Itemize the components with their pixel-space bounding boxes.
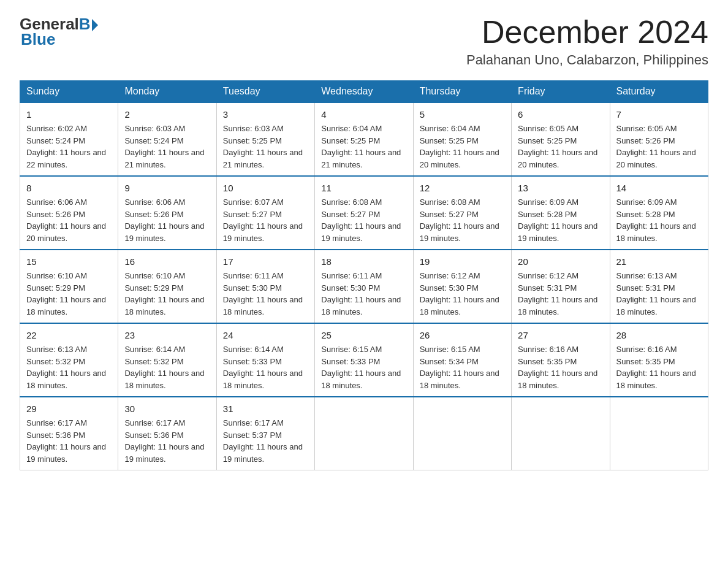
day-number: 29 <box>26 402 112 416</box>
day-number: 15 <box>26 255 112 269</box>
day-detail: Sunrise: 6:14 AMSunset: 5:32 PMDaylight:… <box>124 345 204 390</box>
day-detail: Sunrise: 6:03 AMSunset: 5:24 PMDaylight:… <box>124 124 204 169</box>
header-friday: Friday <box>512 81 610 103</box>
day-number: 10 <box>223 182 308 195</box>
calendar-week-row: 1Sunrise: 6:02 AMSunset: 5:24 PMDaylight… <box>20 102 708 176</box>
calendar-day-cell: 28Sunrise: 6:16 AMSunset: 5:35 PMDayligh… <box>610 323 708 397</box>
calendar-day-cell: 22Sunrise: 6:13 AMSunset: 5:32 PMDayligh… <box>20 323 118 397</box>
logo-arrow-icon <box>92 19 98 31</box>
title-area: December 2024 Palahanan Uno, Calabarzon,… <box>466 15 708 68</box>
day-detail: Sunrise: 6:11 AMSunset: 5:30 PMDaylight:… <box>223 271 303 316</box>
day-number: 9 <box>124 182 210 195</box>
day-number: 28 <box>616 329 702 342</box>
calendar-day-cell: 31Sunrise: 6:17 AMSunset: 5:37 PMDayligh… <box>216 397 314 470</box>
calendar-day-cell: 25Sunrise: 6:15 AMSunset: 5:33 PMDayligh… <box>315 323 413 397</box>
day-detail: Sunrise: 6:17 AMSunset: 5:36 PMDaylight:… <box>124 418 204 464</box>
day-number: 20 <box>518 255 603 269</box>
calendar-day-cell: 5Sunrise: 6:04 AMSunset: 5:25 PMDaylight… <box>413 102 511 176</box>
calendar-day-cell: 6Sunrise: 6:05 AMSunset: 5:25 PMDaylight… <box>512 102 610 176</box>
day-detail: Sunrise: 6:15 AMSunset: 5:33 PMDaylight:… <box>321 345 401 390</box>
day-detail: Sunrise: 6:13 AMSunset: 5:32 PMDaylight:… <box>26 345 106 390</box>
day-detail: Sunrise: 6:12 AMSunset: 5:30 PMDaylight:… <box>420 271 499 316</box>
calendar-day-cell: 7Sunrise: 6:05 AMSunset: 5:26 PMDaylight… <box>610 102 708 176</box>
calendar-day-cell: 29Sunrise: 6:17 AMSunset: 5:36 PMDayligh… <box>20 397 118 470</box>
day-detail: Sunrise: 6:06 AMSunset: 5:26 PMDaylight:… <box>26 197 106 243</box>
calendar-week-row: 8Sunrise: 6:06 AMSunset: 5:26 PMDaylight… <box>20 176 708 250</box>
day-detail: Sunrise: 6:08 AMSunset: 5:27 PMDaylight:… <box>321 197 401 243</box>
day-number: 13 <box>518 182 603 195</box>
calendar-day-cell <box>610 397 708 470</box>
day-detail: Sunrise: 6:10 AMSunset: 5:29 PMDaylight:… <box>124 271 204 316</box>
day-detail: Sunrise: 6:14 AMSunset: 5:33 PMDaylight:… <box>223 345 303 390</box>
logo: General B Blue <box>20 15 98 49</box>
calendar-week-row: 22Sunrise: 6:13 AMSunset: 5:32 PMDayligh… <box>20 323 708 397</box>
day-detail: Sunrise: 6:05 AMSunset: 5:26 PMDaylight:… <box>616 124 696 169</box>
calendar-day-cell: 26Sunrise: 6:15 AMSunset: 5:34 PMDayligh… <box>413 323 511 397</box>
calendar-day-cell: 10Sunrise: 6:07 AMSunset: 5:27 PMDayligh… <box>216 176 314 250</box>
day-number: 7 <box>616 108 702 121</box>
day-detail: Sunrise: 6:04 AMSunset: 5:25 PMDaylight:… <box>321 124 401 169</box>
calendar-week-row: 15Sunrise: 6:10 AMSunset: 5:29 PMDayligh… <box>20 250 708 323</box>
calendar-day-cell: 23Sunrise: 6:14 AMSunset: 5:32 PMDayligh… <box>118 323 216 397</box>
header-sunday: Sunday <box>20 81 118 103</box>
day-number: 18 <box>321 255 406 269</box>
day-number: 31 <box>223 402 308 416</box>
logo-blue-part: B <box>79 15 98 34</box>
header-thursday: Thursday <box>413 81 511 103</box>
calendar-day-cell: 12Sunrise: 6:08 AMSunset: 5:27 PMDayligh… <box>413 176 511 250</box>
calendar-day-cell: 16Sunrise: 6:10 AMSunset: 5:29 PMDayligh… <box>118 250 216 323</box>
day-number: 19 <box>420 255 505 269</box>
day-detail: Sunrise: 6:06 AMSunset: 5:26 PMDaylight:… <box>124 197 204 243</box>
day-number: 1 <box>26 108 112 121</box>
day-number: 17 <box>223 255 308 269</box>
calendar-day-cell: 1Sunrise: 6:02 AMSunset: 5:24 PMDaylight… <box>20 102 118 176</box>
day-detail: Sunrise: 6:10 AMSunset: 5:29 PMDaylight:… <box>26 271 106 316</box>
calendar-week-row: 29Sunrise: 6:17 AMSunset: 5:36 PMDayligh… <box>20 397 708 470</box>
header-saturday: Saturday <box>610 81 708 103</box>
calendar-day-cell <box>512 397 610 470</box>
day-number: 22 <box>26 329 112 342</box>
calendar-day-cell <box>413 397 511 470</box>
day-number: 12 <box>420 182 505 195</box>
calendar-day-cell: 11Sunrise: 6:08 AMSunset: 5:27 PMDayligh… <box>315 176 413 250</box>
calendar-day-cell: 20Sunrise: 6:12 AMSunset: 5:31 PMDayligh… <box>512 250 610 323</box>
day-number: 25 <box>321 329 406 342</box>
calendar-header-row: SundayMondayTuesdayWednesdayThursdayFrid… <box>20 81 708 103</box>
calendar-day-cell: 9Sunrise: 6:06 AMSunset: 5:26 PMDaylight… <box>118 176 216 250</box>
day-detail: Sunrise: 6:04 AMSunset: 5:25 PMDaylight:… <box>420 124 499 169</box>
day-detail: Sunrise: 6:05 AMSunset: 5:25 PMDaylight:… <box>518 124 597 169</box>
month-title: December 2024 <box>466 15 708 50</box>
day-detail: Sunrise: 6:17 AMSunset: 5:37 PMDaylight:… <box>223 418 303 464</box>
calendar-day-cell: 3Sunrise: 6:03 AMSunset: 5:25 PMDaylight… <box>216 102 314 176</box>
day-number: 24 <box>223 329 308 342</box>
day-detail: Sunrise: 6:02 AMSunset: 5:24 PMDaylight:… <box>26 124 106 169</box>
calendar-day-cell: 13Sunrise: 6:09 AMSunset: 5:28 PMDayligh… <box>512 176 610 250</box>
logo-blue-text: Blue <box>21 30 55 49</box>
header-tuesday: Tuesday <box>216 81 314 103</box>
day-detail: Sunrise: 6:09 AMSunset: 5:28 PMDaylight:… <box>616 197 696 243</box>
calendar-table: SundayMondayTuesdayWednesdayThursdayFrid… <box>20 80 708 470</box>
day-number: 16 <box>124 255 210 269</box>
day-number: 30 <box>124 402 210 416</box>
calendar-day-cell: 8Sunrise: 6:06 AMSunset: 5:26 PMDaylight… <box>20 176 118 250</box>
calendar-day-cell: 2Sunrise: 6:03 AMSunset: 5:24 PMDaylight… <box>118 102 216 176</box>
day-number: 11 <box>321 182 406 195</box>
day-detail: Sunrise: 6:13 AMSunset: 5:31 PMDaylight:… <box>616 271 696 316</box>
day-number: 21 <box>616 255 702 269</box>
day-number: 8 <box>26 182 112 195</box>
calendar-day-cell: 17Sunrise: 6:11 AMSunset: 5:30 PMDayligh… <box>216 250 314 323</box>
day-number: 14 <box>616 182 702 195</box>
day-detail: Sunrise: 6:03 AMSunset: 5:25 PMDaylight:… <box>223 124 303 169</box>
day-number: 6 <box>518 108 603 121</box>
calendar-day-cell: 21Sunrise: 6:13 AMSunset: 5:31 PMDayligh… <box>610 250 708 323</box>
day-detail: Sunrise: 6:16 AMSunset: 5:35 PMDaylight:… <box>616 345 696 390</box>
calendar-day-cell: 19Sunrise: 6:12 AMSunset: 5:30 PMDayligh… <box>413 250 511 323</box>
location-title: Palahanan Uno, Calabarzon, Philippines <box>466 52 708 68</box>
day-number: 4 <box>321 108 406 121</box>
header-wednesday: Wednesday <box>315 81 413 103</box>
calendar-day-cell: 14Sunrise: 6:09 AMSunset: 5:28 PMDayligh… <box>610 176 708 250</box>
page-header: General B Blue December 2024 Palahanan U… <box>20 15 708 68</box>
calendar-day-cell: 30Sunrise: 6:17 AMSunset: 5:36 PMDayligh… <box>118 397 216 470</box>
day-detail: Sunrise: 6:16 AMSunset: 5:35 PMDaylight:… <box>518 345 597 390</box>
day-detail: Sunrise: 6:09 AMSunset: 5:28 PMDaylight:… <box>518 197 597 243</box>
